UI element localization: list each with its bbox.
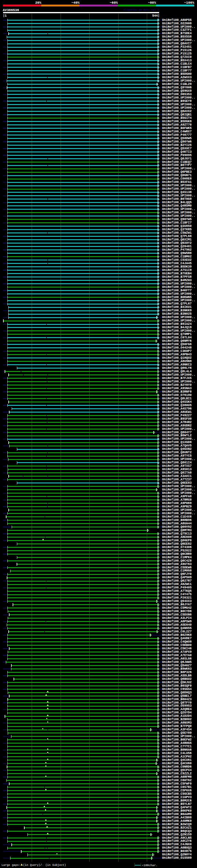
svg-text:UniRef100_A9S013: UniRef100_A9S013 [162, 468, 192, 471]
svg-text:UniRef100_C5WZW1: UniRef100_C5WZW1 [162, 231, 192, 235]
svg-text:UniRef100_Q0D0Q3: UniRef100_Q0D0Q3 [162, 691, 192, 694]
svg-text:UniRef100_Q6XHY2: UniRef100_Q6XHY2 [162, 241, 192, 245]
svg-text:UniRef100_B5DGK8: UniRef100_B5DGK8 [162, 120, 192, 123]
svg-text:UniRef100_C4QWU8: UniRef100_C4QWU8 [162, 640, 192, 644]
svg-text:UniRef100_A9TXS7: UniRef100_A9TXS7 [162, 464, 192, 468]
svg-text:-: - [42, 863, 44, 867]
svg-text:UniRef100_B8P326: UniRef100_B8P326 [162, 671, 192, 674]
svg-text:UniRef100_Q6EE82: UniRef100_Q6EE82 [162, 542, 192, 546]
svg-text:UniRef100_A7TZ37: UniRef100_A7TZ37 [162, 478, 192, 481]
svg-text:UniRef100_P52822: UniRef100_P52822 [162, 549, 192, 552]
svg-text:UniRef100_Q90YW5: UniRef100_Q90YW5 [162, 218, 192, 221]
svg-text:UniRef100_C4JNX0: UniRef100_C4JNX0 [162, 843, 192, 846]
svg-text:UniRef100_Q00V92: UniRef100_Q00V92 [162, 525, 192, 529]
svg-text:UniRef100_B7FJX5: UniRef100_B7FJX5 [162, 377, 192, 380]
svg-text:AV386536: AV386536 [3, 8, 19, 12]
svg-text:UniRef100_UPI000..: UniRef100_UPI000.. [162, 491, 195, 495]
svg-text:UniRef100_A0CLN5: UniRef100_A0CLN5 [162, 836, 192, 840]
svg-text:UniRef100_B3RNF8: UniRef100_B3RNF8 [162, 390, 192, 394]
svg-text:UniRef100_C0L2Z7: UniRef100_C0L2Z7 [162, 630, 192, 633]
svg-text:UniRef100_B7PFS8: UniRef100_B7PFS8 [162, 275, 192, 279]
svg-text:UniRef100_UPI000..: UniRef100_UPI000.. [162, 508, 195, 512]
svg-text:UniRef100_Q5EY89: UniRef100_Q5EY89 [162, 731, 192, 735]
svg-text:UniRef100_UPI000..: UniRef100_UPI000.. [162, 292, 195, 296]
svg-text:UniRef100_A8NXM3: UniRef100_A8NXM3 [162, 721, 192, 724]
svg-text:UniRef100_Q801I4: UniRef100_Q801I4 [162, 461, 192, 464]
svg-text:UniRef100_B6KPK0: UniRef100_B6KPK0 [162, 809, 192, 813]
svg-text:UniRef100_B6H4Z3: UniRef100_B6H4Z3 [162, 698, 192, 701]
svg-text:UniRef100_P49405: UniRef100_P49405 [162, 586, 192, 589]
svg-text:UniRef100_A9PBZ9: UniRef100_A9PBZ9 [162, 505, 192, 508]
svg-text:UniRef100_A9UT63: UniRef100_A9UT63 [162, 563, 192, 566]
svg-text:UniRef100_Q6CRR9: UniRef100_Q6CRR9 [162, 552, 192, 556]
svg-text:UniRef100_Q627R7: UniRef100_Q627R7 [162, 579, 192, 583]
svg-text:UniRef100_Q6XIM1: UniRef100_Q6XIM1 [162, 238, 192, 241]
svg-text:UniRef100_A9TYC5: UniRef100_A9TYC5 [162, 454, 192, 458]
svg-text:UniRef100_C5FWF0: UniRef100_C5FWF0 [162, 782, 192, 785]
svg-text:UniRef100_Q6EE83: UniRef100_Q6EE83 [162, 481, 192, 485]
svg-text:UniRef100_Q2N0Y4: UniRef100_Q2N0Y4 [162, 853, 192, 856]
svg-text:UniRef100_Q8MTM3: UniRef100_Q8MTM3 [162, 529, 192, 532]
svg-text:UniRef100_B5XFA1: UniRef100_B5XFA1 [162, 180, 192, 184]
svg-text:UniRef100_C5GCB5: UniRef100_C5GCB5 [162, 792, 192, 796]
svg-text:UniRef100_Q6UNT2: UniRef100_Q6UNT2 [162, 451, 192, 454]
svg-text:UniRef100_Q6NMY6: UniRef100_Q6NMY6 [162, 339, 192, 343]
svg-text:UniRef100_UPI000..: UniRef100_UPI000.. [162, 38, 195, 42]
svg-text:UniRef100_C6TL04: UniRef100_C6TL04 [162, 336, 192, 339]
svg-text:UniRef100_A3A0I1: UniRef100_A3A0I1 [162, 474, 192, 478]
svg-text:UniRef100_B6JYA7: UniRef100_B6JYA7 [162, 603, 192, 606]
svg-text:UniRef100_P46777: UniRef100_P46777 [162, 133, 192, 137]
svg-text:UniRef100_C5KB00: UniRef100_C5KB00 [162, 644, 192, 647]
svg-text:UniRef100_O15589: UniRef100_O15589 [162, 856, 192, 860]
svg-text:UniRef100_B5DGH0: UniRef100_B5DGH0 [162, 72, 192, 76]
svg-text:UniRef100_B2YI25: UniRef100_B2YI25 [162, 144, 192, 147]
svg-text:UniRef100_A6RFM8: UniRef100_A6RFM8 [162, 775, 192, 779]
svg-text:UniRef100_UPI000..: UniRef100_UPI000.. [162, 106, 195, 110]
svg-text:UniRef100_B7SDE4: UniRef100_B7SDE4 [162, 32, 192, 35]
svg-text:UniRef100_A9UDR2: UniRef100_A9UDR2 [162, 424, 192, 427]
svg-text:UniRef100_A8HP55: UniRef100_A8HP55 [162, 19, 192, 22]
svg-text:UniRef100_A1D2D4: UniRef100_A1D2D4 [162, 714, 192, 718]
svg-text:UniRef100_UPI000..: UniRef100_UPI000.. [162, 167, 195, 170]
svg-text:UniRef100_A7EYA0: UniRef100_A7EYA0 [162, 654, 192, 657]
svg-text:UniRef100_B3NKK9: UniRef100_B3NKK9 [162, 309, 192, 312]
svg-text:UniRef100_Q4CU61: UniRef100_Q4CU61 [162, 758, 192, 762]
svg-text:UniRef100_UPI000..: UniRef100_UPI000.. [162, 319, 195, 322]
svg-text:UniRef100_B4IKU1: UniRef100_B4IKU1 [162, 305, 192, 309]
svg-text:UniRef100_UPI000..: UniRef100_UPI000.. [162, 380, 195, 383]
svg-text:UniRef100_B0Z9K8: UniRef100_B0Z9K8 [162, 633, 192, 637]
svg-text:UniRef100_Q0JGY1: UniRef100_Q0JGY1 [162, 157, 192, 160]
svg-text:UniRef100_A0CZY6: UniRef100_A0CZY6 [162, 839, 192, 843]
svg-text:UniRef100_UPI000..: UniRef100_UPI000.. [162, 485, 195, 488]
svg-text:UniRef100_Q4KTI3: UniRef100_Q4KTI3 [162, 150, 192, 154]
svg-text:UniRef100_A4RHG5: UniRef100_A4RHG5 [162, 741, 192, 745]
svg-text:UniRef100_B6AAM9: UniRef100_B6AAM9 [162, 813, 192, 816]
svg-text:UniRef100_Q26481: UniRef100_Q26481 [162, 245, 192, 248]
svg-text:UniRef100_Q4P5H9: UniRef100_Q4P5H9 [162, 576, 192, 579]
svg-text:UniRef100_A7APX9: UniRef100_A7APX9 [162, 650, 192, 654]
svg-text:UniRef100_Q86LY6: UniRef100_Q86LY6 [162, 366, 192, 370]
svg-text:UniRef100_A8E608: UniRef100_A8E608 [162, 535, 192, 539]
svg-text:UniRef100_B5X5S8: UniRef100_B5X5S8 [162, 35, 192, 38]
svg-text:UniRef100_A4HMK9: UniRef100_A4HMK9 [162, 819, 192, 823]
svg-text:UniRef100_B4KFT7: UniRef100_B4KFT7 [162, 289, 192, 292]
svg-text:544|: 544| [152, 14, 159, 18]
svg-text:UniRef100_C5XEU2: UniRef100_C5XEU2 [162, 258, 192, 262]
svg-text:UniRef100_Q54XX3: UniRef100_Q54XX3 [162, 599, 192, 603]
svg-text:UniRef100_B4JQ19: UniRef100_B4JQ19 [162, 326, 192, 329]
svg-text:UniRef100_A9SNA3: UniRef100_A9SNA3 [162, 387, 192, 390]
svg-text:UniRef100_UPI000..: UniRef100_UPI000.. [162, 373, 195, 377]
svg-text:UniRef100_A7RMX8: UniRef100_A7RMX8 [162, 498, 192, 502]
svg-text:UniRef100_C4Y475: UniRef100_C4Y475 [162, 593, 192, 596]
svg-text:UniRef100_C1BLC4: UniRef100_C1BLC4 [162, 62, 192, 66]
svg-text:UniRef100_A5E640: UniRef100_A5E640 [162, 623, 192, 627]
svg-text:UniRef100_Q9Y0H6: UniRef100_Q9Y0H6 [162, 86, 192, 89]
svg-text:UniRef100_C1BL29: UniRef100_C1BL29 [162, 83, 192, 86]
svg-text:UniRef100_O74306: UniRef100_O74306 [162, 546, 192, 549]
svg-text:UniRef100_C9ZZL2: UniRef100_C9ZZL2 [162, 772, 192, 775]
svg-text:UniRef100_UPI000..: UniRef100_UPI000.. [162, 211, 195, 214]
svg-text:UniRef100_B9SFU0: UniRef100_B9SFU0 [162, 417, 192, 421]
svg-text:UniRef100_Q8AVX2: UniRef100_Q8AVX2 [162, 110, 192, 113]
svg-text:UniRef100_P15126: UniRef100_P15126 [162, 49, 192, 52]
svg-text:UniRef100_B7UEB4: UniRef100_B7UEB4 [162, 272, 192, 275]
